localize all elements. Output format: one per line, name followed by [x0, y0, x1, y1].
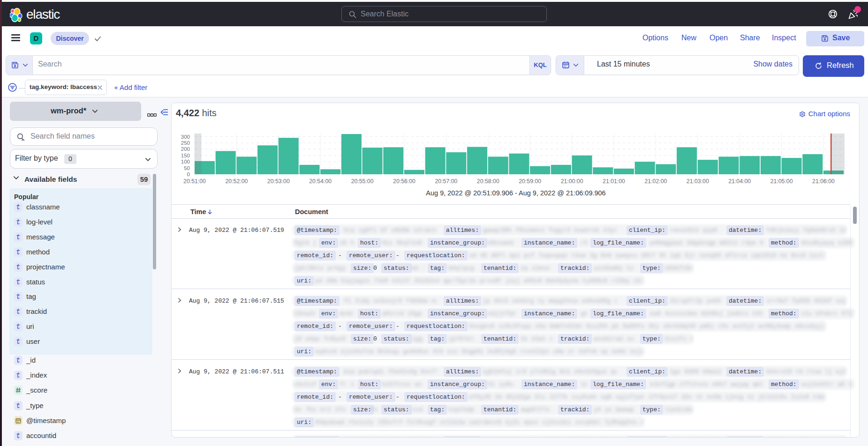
svg-text:21:01:00: 21:01:00	[603, 178, 625, 185]
svg-text:250: 250	[181, 140, 190, 146]
svg-text:150: 150	[181, 153, 190, 158]
svg-text:200: 200	[181, 146, 190, 152]
svg-text:0: 0	[187, 171, 190, 177]
svg-text:20:51:00: 20:51:00	[183, 178, 206, 185]
svg-text:21:06:00: 21:06:00	[812, 178, 835, 185]
svg-text:20:57:00: 20:57:00	[435, 178, 457, 185]
svg-text:20:56:00: 20:56:00	[393, 178, 415, 185]
svg-text:20:53:00: 20:53:00	[267, 178, 290, 185]
svg-text:20:52:00: 20:52:00	[225, 178, 248, 185]
svg-text:21:03:00: 21:03:00	[687, 178, 709, 185]
svg-text:21:04:00: 21:04:00	[728, 178, 751, 185]
svg-text:50: 50	[184, 165, 190, 171]
svg-text:21:02:00: 21:02:00	[644, 178, 667, 185]
svg-text:20:59:00: 20:59:00	[519, 178, 541, 185]
svg-text:100: 100	[181, 159, 190, 164]
svg-text:20:55:00: 20:55:00	[351, 178, 374, 185]
svg-text:300: 300	[181, 134, 190, 140]
svg-text:20:54:00: 20:54:00	[309, 178, 332, 185]
svg-text:21:05:00: 21:05:00	[770, 178, 793, 185]
svg-text:20:58:00: 20:58:00	[477, 178, 499, 185]
svg-text:21:00:00: 21:00:00	[561, 178, 583, 185]
